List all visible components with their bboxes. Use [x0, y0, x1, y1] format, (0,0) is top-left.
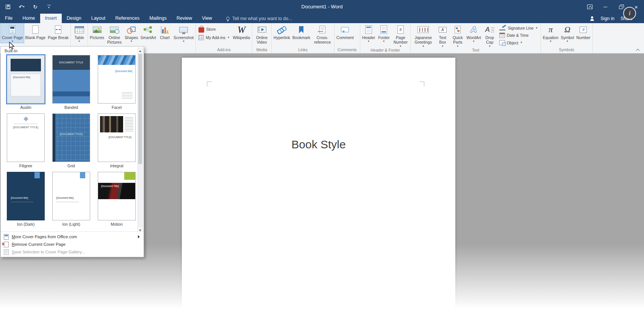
text-box-button[interactable]: Text Box ▼: [435, 23, 450, 47]
dropdown-arrow-icon: ▼: [182, 40, 184, 43]
person-icon: [590, 16, 594, 21]
tab-mailings[interactable]: Mailings: [144, 14, 172, 23]
page-break-button[interactable]: Page Break: [47, 23, 70, 40]
symbol-button[interactable]: Symbol ▼: [560, 23, 575, 43]
tab-view[interactable]: View: [197, 14, 217, 23]
japanese-greetings-label: Japanese Greetings: [413, 35, 434, 45]
tab-insert[interactable]: Insert: [40, 14, 62, 23]
online-video-button[interactable]: Online Video: [253, 23, 270, 45]
footer-button[interactable]: Footer ▼: [376, 23, 391, 43]
tab-review[interactable]: Review: [172, 14, 197, 23]
pictures-button[interactable]: Pictures: [89, 23, 105, 40]
cover-thumbnail-motion[interactable]: [Document Title] Motion: [95, 172, 139, 226]
my-addins-label: My Add-ins: [206, 35, 225, 40]
cover-page-button[interactable]: Cover Page ▼: [1, 23, 24, 43]
cover-thumbnail-facet[interactable]: [Document title] Facet: [95, 55, 139, 110]
date-time-button[interactable]: Date & Time: [497, 31, 540, 39]
gallery-scrollbar[interactable]: [138, 48, 143, 233]
comment-button[interactable]: Comment: [335, 23, 355, 40]
header-button[interactable]: Header ▼: [361, 23, 376, 43]
hyperlink-button[interactable]: Hyperlink: [272, 23, 291, 40]
dropdown-arrow-icon: ▼: [535, 27, 538, 30]
wordart-button[interactable]: WordArt ▼: [465, 23, 482, 43]
wikipedia-button[interactable]: Wikipedia: [232, 23, 252, 40]
redo-button[interactable]: ↻: [32, 3, 39, 11]
bookmark-icon: [299, 26, 303, 33]
text-box-icon: [439, 27, 447, 33]
shapes-button[interactable]: Shapes ▼: [123, 23, 139, 43]
dropdown-arrow-icon: ▼: [383, 40, 385, 43]
screenshot-button[interactable]: Screenshot ▼: [172, 23, 195, 43]
thumbnail-label: Banded: [64, 105, 78, 110]
bookmark-button[interactable]: Bookmark: [291, 23, 311, 40]
number-button[interactable]: Number: [575, 23, 591, 40]
comments-group-label: Comments: [335, 47, 359, 53]
thumbnail-label: Facet: [112, 105, 122, 110]
shapes-label: Shapes: [125, 35, 138, 40]
undo-button[interactable]: ↶▾: [18, 3, 25, 11]
cover-thumbnail-ion-light[interactable]: [Document title] Ion (Light): [49, 172, 93, 226]
scrollbar-thumb[interactable]: [138, 54, 142, 164]
footer-label: Footer: [378, 35, 389, 40]
store-button[interactable]: Store: [197, 25, 231, 34]
tab-file[interactable]: File: [0, 14, 17, 23]
tell-me-label: Tell me what you want to do...: [232, 16, 292, 21]
scroll-up-button[interactable]: [138, 48, 142, 53]
cross-reference-button[interactable]: Cross-reference: [311, 23, 333, 45]
object-button[interactable]: Object ▼: [497, 39, 540, 46]
thumbnail-label: Filigree: [19, 164, 32, 168]
chevron-up-icon: [636, 49, 640, 53]
save-button[interactable]: [5, 3, 11, 11]
dropdown-arrow-icon: ▼: [520, 41, 522, 44]
cover-thumbnail-integral[interactable]: [DOCUMENT TITLE] Integral: [95, 113, 139, 168]
signature-line-button[interactable]: Signature Line ▼: [497, 25, 540, 31]
sign-in-link[interactable]: Sign in: [600, 16, 614, 21]
drop-cap-button[interactable]: Drop Cap ▼: [482, 23, 497, 47]
table-button[interactable]: Table ▼: [72, 23, 87, 43]
cover-thumbnail-banded[interactable]: DOCUMENT TITLE Banded: [49, 55, 93, 110]
thumbnail-label: Ion (Dark): [17, 222, 35, 226]
cover-thumbnail-austin[interactable]: [Document title] Austin: [4, 55, 48, 110]
ribbon-display-options-button[interactable]: [582, 0, 597, 14]
menu-more-cover-pages[interactable]: More Cover Pages from Office.com: [1, 233, 144, 241]
signature-line-label: Signature Line: [508, 26, 534, 30]
tab-references[interactable]: References: [110, 14, 144, 23]
ribbon-group-text: Japanese Greetings ▼ Text Box ▼ Quick Pa…: [411, 23, 541, 53]
menu-remove-cover-page[interactable]: Remove Current Cover Page: [1, 241, 144, 248]
tab-layout[interactable]: Layout: [86, 14, 111, 23]
comment-icon: [341, 27, 349, 32]
wikipedia-icon: [238, 25, 245, 35]
cover-thumbnail-ion-dark[interactable]: [Document title] Ion (Dark): [4, 172, 48, 226]
minimize-button[interactable]: [597, 0, 613, 14]
page-number-button[interactable]: Page Number ▼: [391, 23, 410, 47]
media-group-label: Media: [253, 47, 270, 53]
cover-thumbnail-grid[interactable]: [DOCUMENT TITLE] Grid: [49, 113, 93, 168]
equation-button[interactable]: Equation ▼: [542, 23, 560, 43]
header-label: Header: [362, 35, 375, 40]
online-pictures-button[interactable]: Online Pictures: [105, 23, 123, 45]
tell-me-box[interactable]: Tell me what you want to do...: [226, 14, 292, 23]
menu-save-selection[interactable]: Save Selection to Cover Page Gallery...: [1, 248, 144, 256]
ribbon-group-symbols: Equation ▼ Symbol ▼ Number Symbols: [541, 23, 593, 53]
cross-reference-icon: [319, 26, 325, 33]
cover-thumbnail-filigree[interactable]: [DOCUMENT TITLE] Filigree: [4, 113, 48, 168]
comment-label: Comment: [336, 35, 354, 40]
customize-qat-button[interactable]: ▾: [45, 3, 52, 11]
collapse-ribbon-button[interactable]: [636, 48, 639, 51]
blank-page-button[interactable]: Blank Page: [24, 23, 47, 40]
smartart-button[interactable]: SmartArt: [139, 23, 157, 40]
document-text[interactable]: Book Style: [182, 138, 455, 151]
wordart-icon: [471, 25, 477, 34]
tab-design[interactable]: Design: [62, 14, 86, 23]
dropdown-arrow-icon: ▼: [472, 40, 475, 43]
my-addins-button[interactable]: My Add-ins ▼: [197, 34, 231, 41]
document-page[interactable]: Book Style: [182, 58, 455, 316]
chart-button[interactable]: Chart: [157, 23, 172, 40]
tab-home[interactable]: Home: [17, 14, 40, 23]
quick-parts-button[interactable]: Quick Parts ▼: [450, 23, 465, 47]
japanese-greetings-button[interactable]: Japanese Greetings ▼: [411, 23, 435, 47]
screenshot-icon: [179, 27, 188, 33]
online-video-icon: [258, 27, 266, 33]
dropdown-arrow-icon: ▼: [78, 40, 80, 43]
customize-qat-icon: [47, 5, 51, 5]
